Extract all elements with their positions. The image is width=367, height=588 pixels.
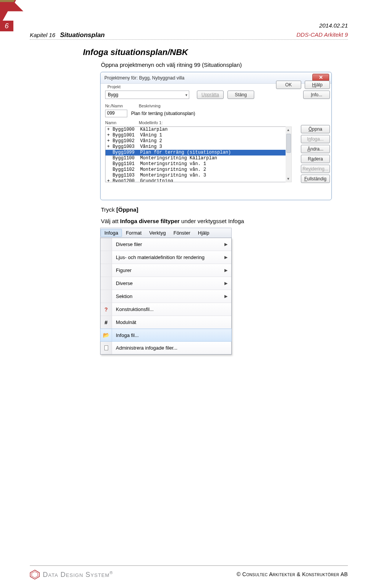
paragraph-2: Tryck [Öppna] — [101, 206, 138, 213]
chapter-title: Situationsplan — [60, 31, 105, 39]
paragraph-1: Öppna projektmenyn och välj ritning 99 (… — [101, 62, 242, 68]
radera-button[interactable]: Radera — [301, 155, 330, 163]
menu-item-label: Figurer — [112, 267, 224, 273]
menubar: Infoga Format Verktyg Fönster Hjälp — [100, 228, 232, 238]
product-name: DDS-CAD Arkitekt 9 — [297, 31, 348, 39]
doc-icon — [101, 341, 112, 354]
list-item[interactable]: + Bygg1000 Källarplan — [106, 127, 291, 133]
page-header: Kapitel 16 Situationsplan DDS-CAD Arkite… — [30, 31, 348, 39]
blank-icon — [101, 290, 112, 303]
folder-icon: 📂 — [101, 329, 112, 341]
menubar-hjalp[interactable]: Hjälp — [194, 229, 213, 237]
menu-item-label: Konstruktionsfil... — [112, 306, 231, 312]
header-rule — [30, 39, 348, 40]
menubar-format[interactable]: Format — [122, 229, 145, 237]
list-item[interactable]: Bygg1102 Monteringsritning vån. 2 — [106, 167, 291, 173]
footer-copyright: © Consultec Arkitekter & Konstruktörer A… — [237, 571, 348, 577]
chapter-label: Kapitel 16 — [30, 32, 55, 38]
submenu-arrow-icon: ▶ — [224, 294, 227, 299]
blank-icon — [101, 277, 112, 290]
menubar-verktyg[interactable]: Verktyg — [145, 229, 169, 237]
list-item[interactable]: + Bygg1200 Grundritning — [106, 178, 291, 182]
projektmeny-dialog: Projektmeny för: Bygg, Nybyggnad villa ✕… — [100, 72, 332, 200]
menubar-fonster[interactable]: Fönster — [170, 229, 194, 237]
infoga-button[interactable]: Infoga... — [301, 135, 330, 143]
blank-icon — [101, 238, 112, 251]
close-button[interactable]: ✕ — [312, 74, 329, 81]
projekt-group-label: Projekt — [107, 84, 120, 89]
oppna-button[interactable]: Öppna — [301, 125, 330, 133]
dropdown-menu: Diverse filer▶Ljus- och materialdefiniti… — [100, 238, 232, 355]
projekt-dropdown[interactable]: Bygg ▾ — [105, 91, 189, 99]
submenu-arrow-icon: ▶ — [224, 242, 227, 247]
ritning-listbox[interactable]: + Bygg1000 Källarplan+ Bygg1001 Våning 1… — [105, 126, 292, 182]
hjalp-button[interactable]: Hjälp — [305, 81, 330, 89]
infoga-menu: Infoga Format Verktyg Fönster Hjälp Dive… — [100, 228, 232, 355]
list-item[interactable]: + Bygg1001 Våning 1 — [106, 133, 291, 138]
grid-icon: # — [101, 316, 112, 329]
list-item[interactable]: Bygg1100 Monteringsritning Källarplan — [106, 156, 291, 161]
footer-rule — [30, 565, 348, 566]
scroll-down-icon[interactable]: ▼ — [286, 176, 291, 182]
menu-item[interactable]: ?Konstruktionsfil... — [101, 303, 231, 316]
chevron-down-icon: ▾ — [185, 93, 187, 97]
menu-item-label: Diverse — [112, 280, 224, 286]
menu-item-label: Administrera infogade filer... — [112, 345, 231, 351]
list-item[interactable]: + Bygg1003 Våning 3 — [106, 144, 291, 150]
list-item[interactable]: Bygg1103 Monteringsritning vån. 3 — [106, 173, 291, 178]
revidering-button[interactable]: Revidering... — [301, 165, 330, 173]
date-text: 2014.02.21 — [319, 22, 348, 29]
blank-icon — [101, 251, 112, 264]
beskrivning-value: Plan för terräng (situationsplan) — [131, 110, 267, 117]
footer-logo: Data Design System® — [30, 570, 113, 580]
submenu-arrow-icon: ▶ — [224, 255, 227, 260]
menu-item-label: Diverse filer — [112, 241, 224, 247]
menu-item[interactable]: Ljus- och materialdefinition för renderi… — [101, 251, 231, 264]
menu-item-label: Infoga fil... — [112, 332, 231, 338]
namn-label: Namn — [105, 120, 116, 125]
andra-button[interactable]: Ändra... — [301, 145, 330, 153]
list-item[interactable]: + Bygg1002 Våning 2 — [106, 138, 291, 144]
blank-icon — [101, 264, 112, 277]
nr-namn-label: Nr./Namn — [105, 104, 123, 108]
uppratta-button[interactable]: Upprätta — [197, 91, 224, 99]
ok-button[interactable]: OK — [276, 81, 301, 89]
submenu-arrow-icon: ▶ — [224, 268, 227, 273]
menu-item[interactable]: #Modulnät — [101, 316, 231, 329]
menu-item[interactable]: Diverse▶ — [101, 277, 231, 290]
svg-marker-1 — [0, 0, 20, 2]
nr-input[interactable]: 099 — [105, 110, 127, 117]
info-button[interactable]: Info... — [303, 91, 330, 99]
modellinfo-label: Modellinfo 1: — [139, 120, 162, 125]
fullstandig-button[interactable]: Fullständig — [301, 175, 330, 183]
svg-marker-3 — [32, 572, 38, 578]
menu-item[interactable]: Figurer▶ — [101, 264, 231, 277]
menu-item[interactable]: 📂Infoga fil... — [100, 329, 232, 342]
menu-item-label: Ljus- och materialdefinition för renderi… — [112, 254, 224, 260]
menu-item-label: Modulnät — [112, 319, 231, 325]
list-item[interactable]: Bygg1099 Plan för terräng (situationspla… — [106, 150, 291, 156]
menu-item[interactable]: Sektion▶ — [101, 290, 231, 303]
menu-item[interactable]: Administrera infogade filer... — [101, 341, 231, 354]
beskrivning-label: Beskrivning — [139, 104, 161, 108]
dds-logo-icon — [30, 570, 40, 580]
submenu-arrow-icon: ▶ — [224, 281, 227, 286]
info-button-suffix: nfo... — [312, 92, 322, 97]
scroll-thumb[interactable] — [286, 134, 291, 153]
page-number-tab: 6 — [0, 21, 13, 31]
menu-item-label: Sektion — [112, 293, 224, 299]
section-title: Infoga situationsplan/NBK — [83, 47, 188, 57]
scroll-up-icon[interactable]: ▲ — [286, 127, 291, 133]
paragraph-3: Välj att Infoga diverse filtyper under v… — [101, 218, 244, 224]
scrollbar[interactable]: ▲ ▼ — [286, 126, 292, 182]
menu-item[interactable]: Diverse filer▶ — [101, 238, 231, 251]
stang-button[interactable]: Stäng — [227, 91, 254, 99]
menubar-infoga[interactable]: Infoga — [101, 229, 122, 237]
dialog-title: Projektmeny för: Bygg, Nybyggnad villa — [104, 75, 184, 81]
footer-brand: Data Design System® — [43, 570, 113, 579]
close-icon: ✕ — [319, 75, 323, 80]
question-icon: ? — [101, 303, 112, 316]
projekt-dropdown-value: Bygg — [108, 92, 118, 97]
list-item[interactable]: Bygg1101 Monteringsritning vån. 1 — [106, 161, 291, 167]
